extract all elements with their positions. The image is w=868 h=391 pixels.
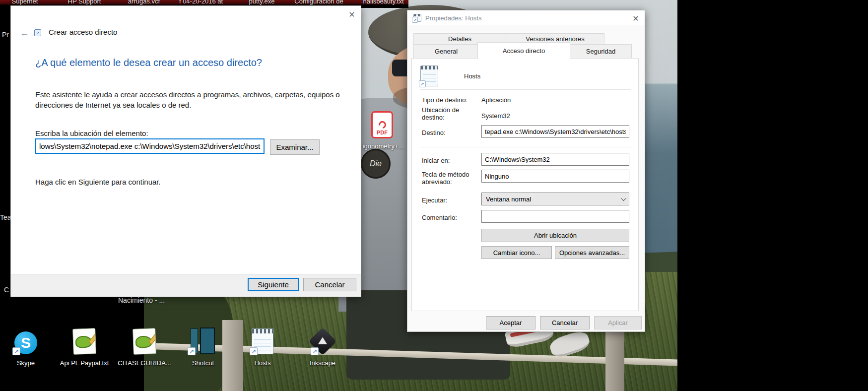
- shortcut-arrow-icon: ↗: [419, 80, 426, 87]
- location-input-label: Escriba la ubicación del elemento:: [35, 128, 148, 138]
- file-name: Hosts: [464, 72, 480, 80]
- change-icon-button[interactable]: Cambiar icono...: [481, 246, 552, 259]
- shortcut-key-input[interactable]: [481, 170, 629, 183]
- top-icon-label-nailsbeauty[interactable]: nailsbeauty.txt: [355, 0, 412, 6]
- location-input[interactable]: [35, 138, 265, 154]
- shirt-emblem: Die: [361, 149, 391, 179]
- shortcut-arrow-icon: ↗: [250, 347, 258, 355]
- edge-label-fragment-pr: Pr: [2, 31, 9, 39]
- chevron-down-icon: [621, 196, 626, 201]
- target-location-value: System32: [481, 112, 510, 120]
- comment-input[interactable]: [481, 210, 629, 223]
- desktop-screen: Die Supernet HP Support arrugas.vcf f 04…: [0, 0, 868, 391]
- ok-button[interactable]: Aceptar: [486, 316, 535, 329]
- desktop-icon-label: Inkscape: [310, 359, 335, 367]
- tab-seguridad[interactable]: Seguridad: [570, 44, 632, 59]
- apply-button[interactable]: Aplicar: [594, 316, 642, 329]
- shortcut-arrow-icon: ↗: [12, 347, 20, 355]
- notepadpp-file-icon: [72, 328, 96, 355]
- close-icon[interactable]: ✕: [629, 12, 643, 24]
- notepadpp-file-icon: [133, 328, 156, 355]
- back-arrow-icon[interactable]: ←: [20, 28, 29, 39]
- edge-label-fragment-tea: Tea: [0, 213, 11, 221]
- shortcut-arrow-icon: ↗: [412, 17, 418, 23]
- edge-label-fragment-c: C: [4, 286, 9, 294]
- notepad-shortcut-icon: ↗: [420, 65, 438, 86]
- pdf-file-label: igonometry+...: [355, 142, 411, 150]
- start-in-input[interactable]: [481, 153, 629, 166]
- separator: [420, 147, 631, 147]
- target-type-value: Aplicación: [481, 96, 511, 104]
- notepad-shortcut-mini-icon: ↗: [413, 14, 421, 22]
- desktop-black-region-right: [677, 0, 868, 391]
- create-shortcut-wizard-dialog: ✕ ← ↗ Crear acceso directo ¿A qué elemen…: [10, 5, 361, 297]
- desktop-icon-label: CITASEGURIDA...: [118, 359, 171, 367]
- run-dropdown-value: Ventana normal: [486, 196, 531, 203]
- desktop-icon-label: Api PL Paypal.txt: [60, 359, 109, 367]
- properties-title: Propiedades: Hosts: [425, 14, 481, 22]
- shortcut-arrow-icon: ↗: [188, 347, 196, 355]
- cancel-button[interactable]: Cancelar: [540, 316, 590, 329]
- target-location-label: Ubicación de destino:: [422, 106, 473, 121]
- desktop-icon-api-pl-paypal[interactable]: Api PL Paypal.txt: [61, 327, 108, 367]
- desktop-icon-skype[interactable]: S ↗ Skype: [2, 327, 49, 367]
- pdf-badge-text: PDF: [377, 130, 388, 135]
- desktop-icon-shotcut[interactable]: ↗ Shotcut: [180, 327, 226, 367]
- open-location-button[interactable]: Abrir ubicación: [481, 229, 629, 242]
- target-type-label: Tipo de destino:: [422, 96, 467, 104]
- shortcut-arrow-icon: ↗: [311, 347, 319, 355]
- desktop-icon-label: Hosts: [254, 359, 270, 367]
- tab-general[interactable]: General: [413, 44, 479, 59]
- desktop-icon-label: Skype: [17, 359, 35, 367]
- comment-label: Comentario:: [422, 214, 457, 221]
- start-in-label: Iniciar en:: [422, 157, 450, 164]
- properties-title-bar: ↗ Propiedades: Hosts ✕: [407, 10, 645, 25]
- desktop-icon-hosts[interactable]: ↗ Hosts: [239, 327, 286, 367]
- shortcut-wizard-icon: ↗: [34, 29, 41, 36]
- separator: [420, 89, 631, 90]
- run-label: Ejecutar:: [422, 196, 447, 204]
- close-icon[interactable]: ✕: [345, 8, 359, 21]
- acrobat-loop-icon: [377, 120, 388, 130]
- next-button[interactable]: Siguiente: [248, 278, 299, 291]
- tab-acceso-directo[interactable]: Acceso directo: [477, 42, 570, 59]
- target-input[interactable]: [481, 125, 629, 138]
- wizard-heading: ¿A qué elemento le desea crear un acceso…: [35, 57, 343, 68]
- hosts-properties-dialog: ↗ Propiedades: Hosts ✕ Detalles Versione…: [407, 10, 645, 332]
- target-label: Destino:: [422, 129, 446, 136]
- shirt-emblem-text: Die: [370, 159, 382, 168]
- pdf-file-icon[interactable]: PDF: [371, 111, 393, 138]
- advanced-options-button[interactable]: Opciones avanzadas...: [555, 246, 629, 259]
- hidden-icon-label-nacimiento[interactable]: Nacimiento - ...: [118, 296, 165, 304]
- cancel-button[interactable]: Cancelar: [303, 278, 356, 291]
- desktop-icon-inkscape[interactable]: ↗ Inkscape: [299, 327, 346, 367]
- browse-button[interactable]: Examinar...: [270, 139, 320, 155]
- wizard-title: Crear acceso directo: [49, 28, 117, 36]
- desktop-icon-label: Shotcut: [192, 359, 214, 367]
- desktop-icon-citaseguridad[interactable]: CITASEGURIDA...: [121, 327, 168, 367]
- shortcut-key-label: Tecla de método abreviado:: [422, 171, 476, 186]
- wizard-hint: Haga clic en Siguiente para continuar.: [35, 177, 161, 187]
- shortcut-tab-page: ↗ Hosts Tipo de destino: Aplicación Ubic…: [411, 58, 639, 311]
- run-dropdown[interactable]: Ventana normal: [481, 193, 629, 205]
- wizard-description: Este asistente le ayuda a crear accesos …: [35, 89, 342, 110]
